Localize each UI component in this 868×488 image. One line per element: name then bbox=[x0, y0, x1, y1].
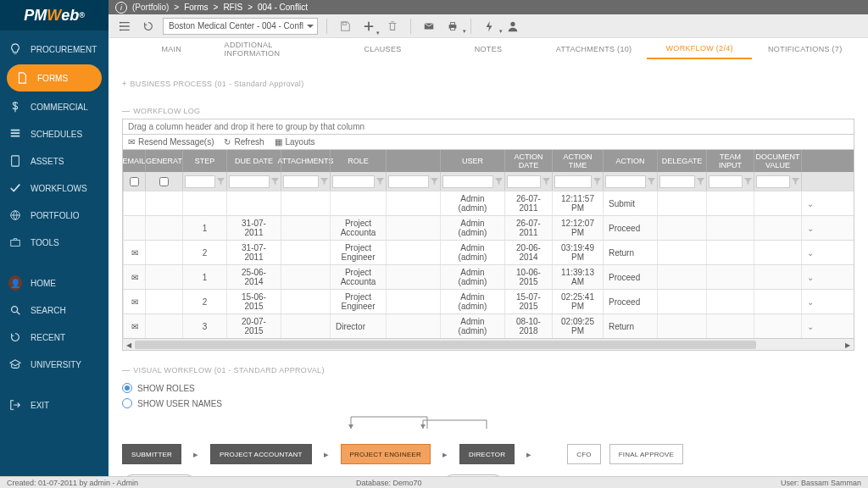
table-row[interactable]: ✉320-07-2015DirectorAdmin (admin)08-10-2… bbox=[123, 313, 854, 338]
col-header[interactable]: ACTION TIME bbox=[552, 150, 603, 172]
sidebar-item-label: UNIVERSITY bbox=[31, 360, 81, 369]
col-header[interactable]: ATTACHMENTS bbox=[281, 150, 330, 172]
bolt-icon[interactable]: ▾ bbox=[480, 18, 498, 35]
tab-workflow-[interactable]: WORKFLOW (2/4) bbox=[647, 38, 753, 59]
sidebar-item-commercial[interactable]: COMMERCIAL bbox=[0, 93, 108, 120]
tab-notes[interactable]: NOTES bbox=[436, 38, 542, 59]
col-header[interactable]: STEP bbox=[182, 150, 226, 172]
sidebar-item-procurement[interactable]: PROCUREMENT bbox=[0, 36, 108, 63]
delete-icon[interactable] bbox=[383, 18, 402, 35]
resend-messages[interactable]: ✉ Resend Message(s) bbox=[128, 137, 214, 147]
col-filter[interactable] bbox=[603, 172, 657, 191]
col-filter[interactable] bbox=[504, 172, 552, 191]
sidebar-item-university[interactable]: UNIVERSITY bbox=[0, 351, 108, 378]
col-header[interactable]: DELEGATE bbox=[657, 150, 706, 172]
sidebar-item-label: HOME bbox=[31, 279, 56, 288]
tab-additional-information[interactable]: ADDITIONAL INFORMATION bbox=[225, 38, 331, 59]
list-icon bbox=[8, 127, 22, 141]
workflow-node[interactable]: SUBMITTER bbox=[122, 444, 181, 464]
col-header[interactable]: DUE DATE bbox=[226, 150, 281, 172]
record-select[interactable]: Boston Medical Center - 004 - Confl bbox=[163, 18, 318, 35]
sidebar-item-exit[interactable]: EXIT bbox=[0, 391, 108, 419]
breadcrumb-record[interactable]: 004 - Conflict bbox=[258, 3, 308, 12]
workflow-node[interactable]: FINAL APPROVE bbox=[609, 444, 683, 464]
group-drop-area[interactable]: Drag a column header and drop it here to… bbox=[123, 119, 854, 135]
col-filter[interactable] bbox=[706, 172, 754, 191]
sidebar-item-forms[interactable]: FORMS bbox=[7, 64, 102, 92]
workflow-node[interactable]: PROJECT ENGINEER bbox=[341, 444, 431, 464]
workflow-node[interactable]: PROJECT ACCOUNTANT bbox=[210, 444, 312, 464]
table-row[interactable]: ✉231-07-2011Project EngineerAdmin (admin… bbox=[123, 240, 854, 264]
sidebar-item-label: PORTFOLIO bbox=[31, 211, 80, 220]
section-business-process[interactable]: BUSINESS PROCESS (01 - Standard Approval… bbox=[122, 80, 854, 88]
col-filter[interactable] bbox=[281, 172, 330, 191]
history-icon bbox=[8, 330, 22, 344]
col-header[interactable]: EMAIL bbox=[123, 150, 145, 172]
sidebar-item-search[interactable]: SEARCH bbox=[0, 297, 108, 324]
col-filter[interactable] bbox=[182, 172, 226, 191]
history-icon[interactable] bbox=[139, 18, 158, 35]
table-row[interactable]: 131-07-2011Project AccountaAdmin (admin)… bbox=[123, 215, 854, 240]
table-row[interactable]: ✉215-06-2015Project EngineerAdmin (admin… bbox=[123, 289, 854, 313]
layouts-button[interactable]: ▦ Layouts bbox=[275, 137, 315, 147]
col-header[interactable] bbox=[386, 150, 440, 172]
col-filter[interactable] bbox=[145, 172, 182, 191]
col-header[interactable]: ACTION bbox=[603, 150, 657, 172]
avatar-icon: 👤 bbox=[8, 276, 22, 290]
sidebar-item-home[interactable]: 👤HOME bbox=[0, 269, 108, 297]
table-row[interactable]: ✉125-06-2014Project AccountaAdmin (admin… bbox=[123, 264, 854, 289]
breadcrumb-rfis[interactable]: RFIS bbox=[223, 3, 242, 12]
sidebar-item-label: PROCUREMENT bbox=[31, 45, 97, 54]
refresh-button[interactable]: ↻ Refresh bbox=[224, 137, 264, 147]
table-row[interactable]: Admin (admin)26-07-201112:11:57 PMSubmit… bbox=[123, 191, 854, 215]
col-header[interactable]: DOCUMENT VALUE bbox=[754, 150, 801, 172]
save-icon[interactable] bbox=[336, 18, 354, 35]
tab-main[interactable]: MAIN bbox=[119, 38, 225, 59]
info-icon[interactable]: i bbox=[115, 2, 127, 14]
horizontal-scrollbar[interactable]: ◀▶ bbox=[123, 338, 854, 350]
col-filter[interactable] bbox=[657, 172, 706, 191]
mail-icon[interactable] bbox=[420, 18, 438, 35]
col-header[interactable]: TEAM INPUT bbox=[706, 150, 754, 172]
sidebar-item-recent[interactable]: RECENT bbox=[0, 324, 108, 351]
tab-clauses[interactable]: CLAUSES bbox=[330, 38, 436, 59]
svg-rect-11 bbox=[450, 27, 454, 30]
col-header[interactable]: GENERAT bbox=[145, 150, 182, 172]
sidebar-item-label: FORMS bbox=[37, 74, 68, 83]
col-filter[interactable] bbox=[386, 172, 440, 191]
show-users-radio[interactable]: SHOW USER NAMES bbox=[122, 398, 854, 408]
col-filter[interactable] bbox=[123, 172, 145, 191]
breadcrumb-root[interactable]: (Portfolio) bbox=[132, 3, 169, 12]
menu-icon[interactable] bbox=[115, 18, 134, 35]
print-icon[interactable]: ▾ bbox=[443, 18, 462, 35]
tab-notifications-[interactable]: NOTIFICATIONS (7) bbox=[752, 38, 858, 59]
col-filter[interactable] bbox=[754, 172, 801, 191]
breadcrumb-forms[interactable]: Forms bbox=[184, 3, 208, 12]
workflow-node[interactable]: DIRECTOR bbox=[459, 444, 515, 464]
tablet-icon bbox=[8, 154, 22, 168]
col-header[interactable]: ACTION DATE bbox=[504, 150, 552, 172]
section-workflow-log[interactable]: WORKFLOW LOG bbox=[122, 107, 854, 115]
col-header[interactable]: USER bbox=[440, 150, 504, 172]
section-visual-workflow[interactable]: VISUAL WORKFLOW (01 - STANDARD APPROVAL) bbox=[122, 366, 854, 374]
show-roles-radio[interactable]: SHOW ROLES bbox=[122, 383, 854, 393]
bulb-icon bbox=[8, 42, 22, 56]
col-header[interactable]: ROLE bbox=[330, 150, 386, 172]
sidebar-item-assets[interactable]: ASSETS bbox=[0, 147, 108, 175]
footer-user: User: Bassam Samman bbox=[781, 479, 861, 487]
svg-rect-10 bbox=[450, 22, 454, 25]
sidebar-item-schedules[interactable]: SCHEDULES bbox=[0, 120, 108, 147]
col-filter[interactable] bbox=[330, 172, 386, 191]
sidebar-item-label: WORKFLOWS bbox=[31, 184, 87, 193]
grad-icon bbox=[8, 358, 22, 371]
col-filter[interactable] bbox=[226, 172, 281, 191]
workflow-node[interactable]: CFO bbox=[567, 444, 601, 464]
sidebar-item-workflows[interactable]: WORKFLOWS bbox=[0, 175, 108, 202]
user-icon[interactable] bbox=[504, 18, 522, 35]
col-filter[interactable] bbox=[552, 172, 603, 191]
add-icon[interactable]: ▾ bbox=[359, 18, 378, 35]
tab-attachments-[interactable]: ATTACHMENTS (10) bbox=[541, 38, 647, 59]
col-filter[interactable] bbox=[440, 172, 504, 191]
sidebar-item-tools[interactable]: TOOLS bbox=[0, 229, 108, 256]
sidebar-item-portfolio[interactable]: PORTFOLIO bbox=[0, 202, 108, 229]
